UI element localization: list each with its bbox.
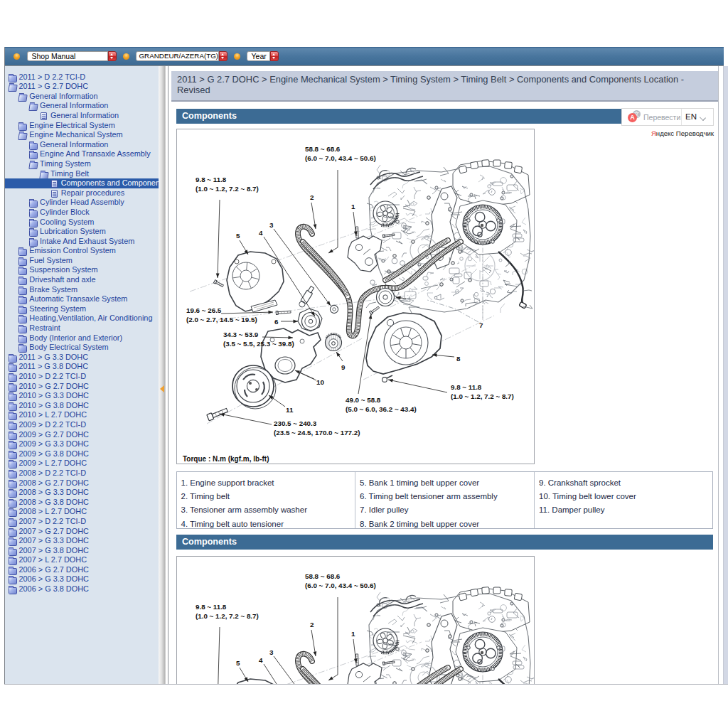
svg-text:1: 1 [351, 203, 355, 210]
svg-text:34.3 ~ 53.9: 34.3 ~ 53.9 [223, 331, 259, 338]
svg-text:19.6 ~ 26.5: 19.6 ~ 26.5 [186, 306, 222, 314]
svg-text:3: 3 [269, 221, 274, 229]
svg-text:7: 7 [479, 321, 483, 329]
svg-text:4: 4 [259, 229, 263, 237]
svg-text:(5.0 ~ 6.0, 36.2 ~ 43.4): (5.0 ~ 6.0, 36.2 ~ 43.4) [346, 405, 417, 413]
svg-text:11: 11 [286, 406, 294, 414]
svg-text:6: 6 [274, 318, 279, 326]
svg-text:(23.5 ~ 24.5, 170.0 ~ 177.2): (23.5 ~ 24.5, 170.0 ~ 177.2) [274, 429, 360, 437]
svg-text:230.5 ~ 240.3: 230.5 ~ 240.3 [274, 419, 317, 427]
svg-text:(1.0 ~ 1.2, 7.2 ~ 8.7): (1.0 ~ 1.2, 7.2 ~ 8.7) [451, 392, 514, 400]
svg-text:5: 5 [236, 232, 240, 240]
svg-text:9.8 ~ 11.8: 9.8 ~ 11.8 [196, 176, 227, 183]
svg-text:9.8 ~ 11.8: 9.8 ~ 11.8 [451, 383, 482, 391]
svg-text:9: 9 [341, 363, 346, 371]
svg-text:58.8 ~ 68.6: 58.8 ~ 68.6 [305, 145, 341, 153]
svg-text:(3.5 ~ 5.5, 25.3 ~ 39.8): (3.5 ~ 5.5, 25.3 ~ 39.8) [223, 340, 294, 348]
svg-text:10: 10 [316, 378, 324, 386]
svg-text:49.0 ~ 58.8: 49.0 ~ 58.8 [346, 396, 381, 404]
svg-text:Torque : N.m (kgf.m, lb-ft): Torque : N.m (kgf.m, lb-ft) [183, 455, 269, 463]
svg-text:2: 2 [310, 193, 314, 201]
svg-text:8: 8 [456, 355, 461, 363]
svg-text:(1.0 ~ 1.2, 7.2 ~ 8.7): (1.0 ~ 1.2, 7.2 ~ 8.7) [196, 185, 259, 193]
svg-text:(6.0 ~ 7.0, 43.4 ~ 50.6): (6.0 ~ 7.0, 43.4 ~ 50.6) [305, 154, 376, 162]
svg-text:(2.0 ~ 2.7, 14.5 ~ 19.5): (2.0 ~ 2.7, 14.5 ~ 19.5) [186, 316, 257, 323]
